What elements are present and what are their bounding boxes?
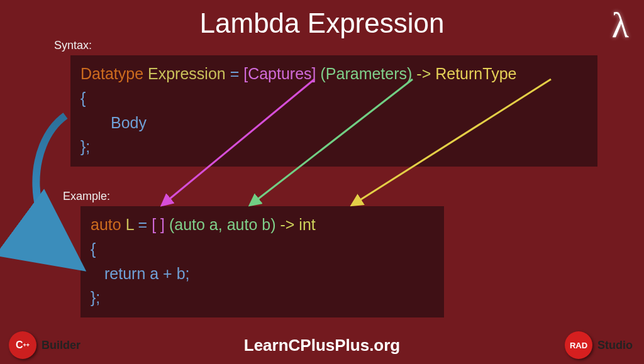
example-line-2: {	[91, 237, 434, 262]
token-int: int	[299, 216, 315, 233]
token-var-L: L	[126, 216, 134, 233]
example-line-4: };	[91, 285, 434, 310]
syntax-line-3: Body	[80, 111, 587, 135]
token-datatype: Datatype	[80, 65, 143, 82]
page-title: Lambda Expression	[0, 8, 644, 39]
token-auto: auto	[91, 216, 121, 233]
rad-studio-badge: RAD Studio	[565, 331, 633, 359]
site-url: LearnCPlusPlus.org	[0, 336, 644, 355]
token-arrow: ->	[416, 65, 431, 82]
footer: C++ Builder LearnCPlusPlus.org RAD Studi…	[0, 326, 644, 364]
token-equals-2: =	[138, 216, 148, 233]
rad-studio-text: Studio	[597, 339, 633, 352]
example-line-1: auto L = [ ] (auto a, auto b) -> int	[91, 212, 434, 237]
syntax-line-2: {	[80, 86, 587, 111]
token-close-brace: };	[80, 138, 90, 155]
token-return-body: return a + b;	[104, 265, 190, 282]
arrow-body	[36, 116, 73, 262]
token-parameters: (Parameters)	[321, 65, 413, 82]
token-arrow-2: ->	[280, 216, 294, 233]
syntax-label: Syntax:	[54, 39, 92, 52]
syntax-line-4: };	[80, 135, 587, 159]
token-open-brace: {	[80, 89, 86, 107]
token-close-brace-2: };	[91, 289, 100, 306]
token-returntype: ReturnType	[435, 65, 516, 82]
token-captures-2: [ ]	[152, 216, 165, 233]
example-label: Example:	[63, 190, 110, 203]
token-body: Body	[111, 114, 147, 131]
token-captures: [Captures]	[243, 65, 316, 82]
lambda-icon: λ	[612, 5, 629, 45]
token-expression: Expression	[148, 65, 226, 82]
token-equals: =	[230, 65, 240, 82]
example-line-3: return a + b;	[91, 262, 434, 286]
token-params-2: (auto a, auto b)	[169, 216, 276, 233]
syntax-code-box: Datatype Expression = [Captures] (Parame…	[70, 55, 597, 167]
rad-studio-icon: RAD	[565, 331, 592, 359]
token-open-brace-2: {	[91, 240, 96, 258]
syntax-line-1: Datatype Expression = [Captures] (Parame…	[80, 62, 587, 86]
example-code-box: auto L = [ ] (auto a, auto b) -> int { r…	[80, 206, 444, 317]
